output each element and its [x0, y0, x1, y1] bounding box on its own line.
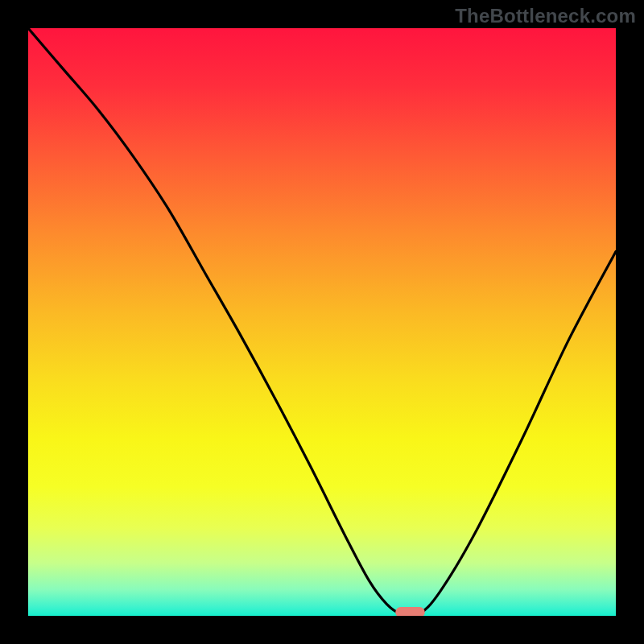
svg-rect-1: [395, 607, 425, 616]
plot-area: [28, 28, 616, 616]
optimal-marker: [28, 28, 616, 616]
watermark-text: TheBottleneck.com: [455, 5, 636, 27]
chart-frame: TheBottleneck.com: [0, 0, 644, 644]
